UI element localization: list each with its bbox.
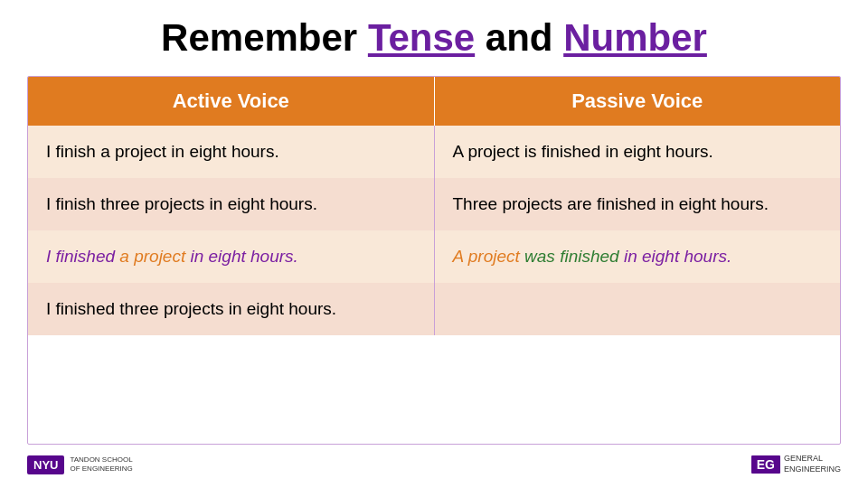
passive-3-part3: in eight hours. (624, 247, 731, 266)
passive-cell-3: A project was finished in eight hours. (434, 230, 840, 283)
general-line2: ENGINEERING (784, 465, 841, 474)
header-passive-voice: Passive Voice (434, 77, 840, 126)
title-before: Remember (161, 16, 368, 59)
nyu-logo: NYU TANDON SCHOOL OF ENGINEERING (27, 455, 133, 474)
active-3-part1: I finished (46, 247, 119, 266)
active-3-part2: a project (119, 247, 185, 266)
active-cell-3: I finished a project in eight hours. (28, 230, 434, 283)
passive-3-part1: A project (453, 247, 520, 266)
page-container: Remember Tense and Number Active Voice P… (0, 0, 868, 488)
header-active-voice: Active Voice (28, 77, 434, 126)
active-3-part3: in eight hours. (185, 247, 298, 266)
passive-3-part2: was finished (520, 247, 624, 266)
active-cell-4: I finished three projects in eight hours… (28, 283, 434, 335)
title-middle: and (475, 16, 563, 59)
table-row: I finish three projects in eight hours. … (28, 178, 840, 230)
title-word1: Tense (368, 16, 475, 59)
active-cell-1: I finish a project in eight hours. (28, 126, 434, 178)
voice-table: Active Voice Passive Voice I finish a pr… (28, 77, 840, 335)
table-row: I finished a project in eight hours. A p… (28, 230, 840, 283)
footer-right: EG GENERAL ENGINEERING (751, 454, 841, 474)
passive-cell-4 (434, 283, 840, 335)
footer: NYU TANDON SCHOOL OF ENGINEERING EG GENE… (27, 445, 841, 479)
tandon-line1: TANDON SCHOOL (70, 455, 132, 464)
page-title: Remember Tense and Number (27, 16, 841, 60)
active-cell-2: I finish three projects in eight hours. (28, 178, 434, 230)
tandon-text: TANDON SCHOOL OF ENGINEERING (70, 455, 132, 474)
eg-text: GENERAL ENGINEERING (784, 454, 841, 474)
general-line1: GENERAL (784, 454, 823, 463)
tandon-line2: OF ENGINEERING (70, 465, 132, 473)
title-word2: Number (563, 16, 707, 59)
passive-cell-2: Three projects are finished in eight hou… (434, 178, 840, 230)
eg-label: EG (751, 455, 780, 474)
table-header-row: Active Voice Passive Voice (28, 77, 840, 126)
table-row: I finish a project in eight hours. A pro… (28, 126, 840, 178)
main-table-wrapper: Active Voice Passive Voice I finish a pr… (27, 76, 841, 445)
table-row: I finished three projects in eight hours… (28, 283, 840, 335)
nyu-label: NYU (27, 455, 64, 474)
passive-cell-1: A project is finished in eight hours. (434, 126, 840, 178)
footer-left: NYU TANDON SCHOOL OF ENGINEERING (27, 455, 133, 474)
